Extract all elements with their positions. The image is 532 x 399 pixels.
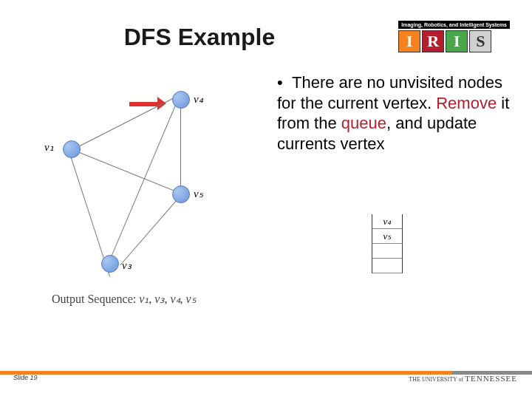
node-v4 — [172, 91, 190, 109]
slide-number: Slide 19 — [13, 374, 38, 381]
slide-title: DFS Example — [89, 24, 310, 51]
explanation-text: •There are no unvisited nodes for the cu… — [277, 72, 510, 154]
node-label-v4: v₄ — [194, 92, 203, 106]
text-queue: queue — [341, 114, 386, 132]
logo-letters: I R I S — [398, 30, 510, 52]
output-label: Output Sequence: — [52, 293, 136, 305]
output-item-1: v₁ — [139, 293, 149, 305]
node-label-v1: v₁ — [44, 140, 54, 154]
footer: Slide 19 THE UNIVERSITY of TENNESSEE — [0, 371, 532, 384]
iris-logo: Imaging, Robotics, and Intelligent Syste… — [398, 21, 510, 52]
node-v1 — [63, 140, 81, 158]
logo-letter-i2: I — [446, 30, 468, 52]
ut-name: TENNESSEE — [465, 374, 517, 383]
node-v3 — [101, 255, 119, 273]
node-label-v3: v₃ — [122, 259, 132, 272]
graph-diagram: v₁ v₄ v₅ v₃ — [52, 89, 251, 281]
node-label-v5: v₅ — [194, 187, 203, 200]
output-item-2: v₃ — [154, 293, 164, 305]
stack-row-1: v₅ — [372, 229, 403, 244]
output-sequence: Output Sequence: v₁, v₃, v₄, v₅ — [52, 292, 196, 306]
ut-prefix: THE UNIVERSITY of — [409, 376, 465, 383]
bullet-icon: • — [277, 72, 292, 93]
logo-subtitle: Imaging, Robotics, and Intelligent Syste… — [398, 21, 510, 29]
stack-row-0: v₄ — [372, 214, 403, 229]
text-remove: Remove — [436, 94, 497, 112]
edge-v1-v5 — [72, 149, 183, 194]
edge-v4-v5 — [180, 102, 181, 197]
edge-v1-v4 — [72, 96, 177, 150]
university-logo: THE UNIVERSITY of TENNESSEE — [409, 374, 517, 383]
output-item-4: v₅ — [186, 293, 196, 305]
current-arrow-icon — [129, 96, 166, 110]
logo-letter-r: R — [422, 30, 444, 52]
edge-v5-v3 — [120, 195, 181, 265]
logo-letter-i: I — [398, 30, 420, 52]
logo-letter-s: S — [469, 30, 491, 52]
stack-row-2 — [372, 244, 403, 259]
output-item-3: v₄ — [170, 293, 180, 305]
node-v5 — [172, 185, 190, 203]
stack-display: v₄ v₅ — [372, 214, 403, 273]
stack-row-3 — [372, 259, 403, 273]
